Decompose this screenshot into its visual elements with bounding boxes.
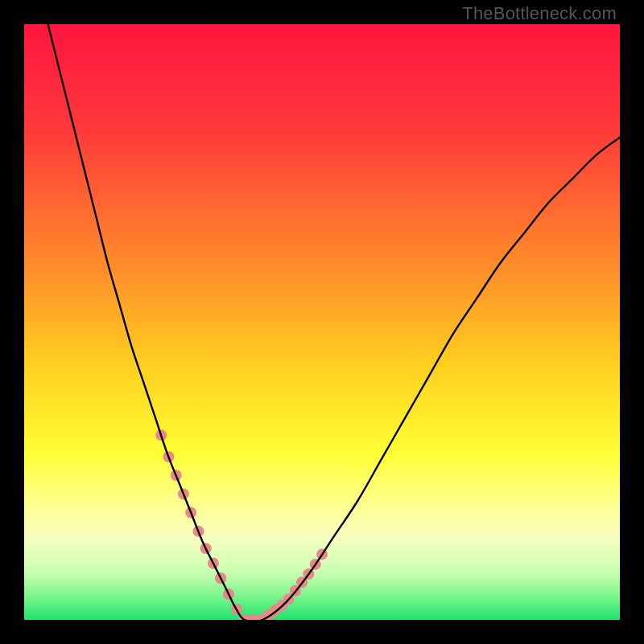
watermark-text: TheBottleneck.com — [462, 3, 617, 24]
plot-area — [24, 24, 620, 620]
highlight-markers — [155, 430, 328, 620]
chart-frame: TheBottleneck.com — [0, 0, 644, 644]
curve-layer — [24, 24, 620, 620]
bottleneck-curve — [48, 24, 620, 620]
